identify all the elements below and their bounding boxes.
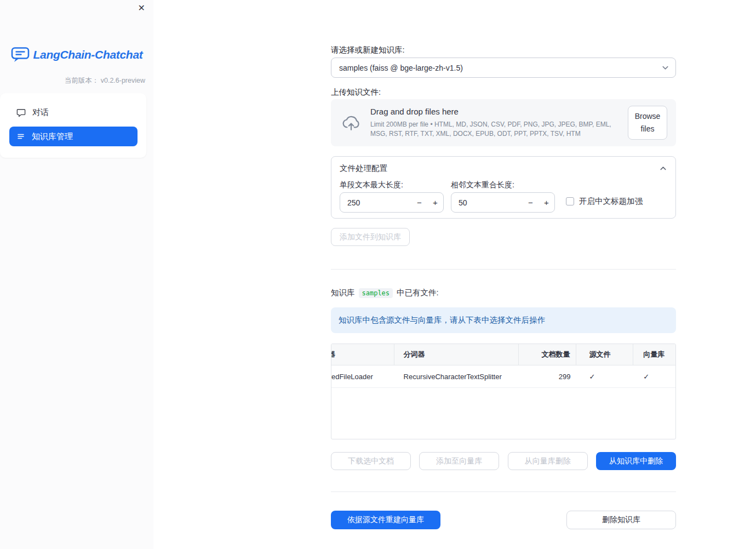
files-table: 文档加载器 分词器 文档数量 源文件 向量库 UnstructuredFileL… [331, 344, 676, 439]
chevron-up-icon [659, 164, 667, 173]
existing-files-suffix: 中已有文件: [397, 288, 439, 298]
upload-label: 上传知识文件: [331, 87, 381, 98]
main-content: 请选择或新建知识库: samples (faiss @ bge-large-zh… [331, 0, 676, 549]
column-header-loader[interactable]: 文档加载器 [331, 344, 394, 365]
rebuild-vectorstore-button[interactable]: 依据源文件重建向量库 [331, 511, 440, 529]
overlap-minus-button[interactable]: − [523, 198, 539, 207]
logo-text: LangChain-Chatchat [33, 48, 143, 61]
kb-action-buttons: 依据源文件重建向量库 删除知识库 [331, 511, 676, 529]
table-header-row: 文档加载器 分词器 文档数量 源文件 向量库 [331, 344, 675, 365]
chunk-size-label: 单段文本最大长度: [340, 180, 403, 190]
chunk-size-value[interactable]: 250 [340, 198, 411, 207]
sidebar: ✕ LangChain-Chatchat 当前版本： v0.2.6-previe… [0, 0, 153, 549]
existing-files-heading: 知识库 samples 中已有文件: [331, 288, 439, 298]
kb-select[interactable]: samples (faiss @ bge-large-zh-v1.5) [331, 58, 676, 78]
app-logo: LangChain-Chatchat [0, 46, 153, 63]
divider [331, 269, 676, 270]
cell-loader: UnstructuredFileLoader [331, 365, 394, 387]
cell-docs-count: 299 [519, 365, 576, 387]
chunk-plus-button[interactable]: + [427, 198, 443, 207]
zh-title-checkbox-row[interactable]: 开启中文标题加强 [566, 196, 643, 207]
zh-title-checkbox[interactable] [566, 197, 574, 205]
chevron-down-icon [661, 64, 669, 72]
chunk-minus-button[interactable]: − [411, 198, 427, 207]
cell-in-db-check: ✓ [633, 365, 675, 387]
dropzone-text: Drag and drop files here Limit 200MB per… [370, 107, 620, 139]
info-banner: 知识库中包含源文件与向量库，请从下表中选择文件后操作 [331, 307, 676, 333]
file-config-expander: 文件处理配置 单段文本最大长度: 相邻文本重合长度: 250 − + 50 − … [331, 156, 676, 219]
overlap-size-label: 相邻文本重合长度: [451, 180, 514, 190]
sidebar-item-dialogue[interactable]: 对话 [9, 102, 138, 122]
divider [331, 491, 676, 492]
column-header-in-db[interactable]: 向量库 [633, 344, 675, 365]
kb-select-label: 请选择或新建知识库: [331, 45, 405, 55]
sidebar-menu: 对话 知识库管理 [0, 93, 146, 158]
sidebar-close-icon[interactable]: ✕ [138, 4, 145, 13]
column-header-docs-count[interactable]: 文档数量 [519, 344, 576, 365]
column-header-in-folder[interactable]: 源文件 [576, 344, 634, 365]
kb-name-code: samples [359, 288, 393, 298]
sidebar-item-label: 知识库管理 [32, 131, 73, 142]
delete-kb-button[interactable]: 删除知识库 [566, 511, 676, 529]
table-row[interactable]: UnstructuredFileLoader RecursiveCharacte… [331, 365, 675, 388]
file-dropzone[interactable]: Drag and drop files here Limit 200MB per… [331, 99, 676, 146]
drag-drop-text: Drag and drop files here [370, 107, 620, 116]
zh-title-checkbox-label: 开启中文标题加强 [579, 196, 643, 207]
column-header-splitter[interactable]: 分词器 [394, 344, 519, 365]
add-to-vectorstore-button[interactable]: 添加至向量库 [419, 452, 499, 470]
cell-in-folder-check: ✓ [576, 365, 634, 387]
download-selected-button[interactable]: 下载选中文档 [331, 452, 411, 470]
cloud-upload-icon [340, 113, 363, 133]
chunk-size-input: 250 − + [340, 192, 444, 213]
add-files-button[interactable]: 添加文件到知识库 [331, 228, 410, 246]
expander-title: 文件处理配置 [340, 163, 387, 174]
sidebar-item-kb-management[interactable]: 知识库管理 [9, 127, 138, 146]
browse-files-button[interactable]: Browse files [628, 106, 667, 140]
delete-from-kb-button[interactable]: 从知识库中删除 [596, 452, 676, 470]
logo-chat-icon [11, 46, 30, 63]
chat-icon [16, 108, 26, 117]
existing-files-prefix: 知识库 [331, 288, 355, 298]
delete-from-vectorstore-button[interactable]: 从向量库删除 [508, 452, 588, 470]
list-icon [16, 132, 25, 141]
version-caption: 当前版本： v0.2.6-preview [65, 76, 145, 85]
kb-select-value: samples (faiss @ bge-large-zh-v1.5) [339, 64, 463, 72]
expander-header[interactable]: 文件处理配置 [331, 157, 675, 174]
file-action-buttons: 下载选中文档 添加至向量库 从向量库删除 从知识库中删除 [331, 452, 676, 470]
cell-splitter: RecursiveCharacterTextSplitter [394, 365, 519, 387]
upload-limit-text: Limit 200MB per file • HTML, MD, JSON, C… [370, 120, 620, 139]
overlap-size-input: 50 − + [451, 192, 555, 213]
overlap-plus-button[interactable]: + [539, 198, 554, 207]
overlap-size-value[interactable]: 50 [451, 198, 523, 207]
sidebar-item-label: 对话 [32, 107, 49, 118]
